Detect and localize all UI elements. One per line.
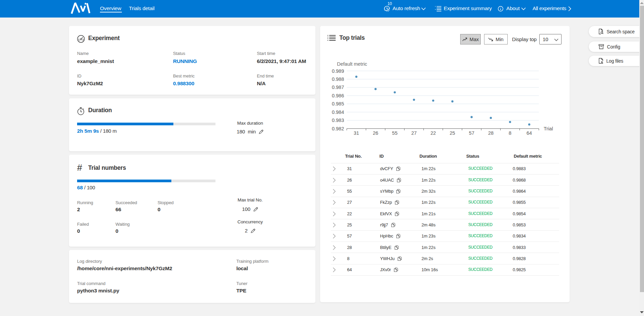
svg-text:31: 31 — [353, 130, 359, 136]
svg-text:28: 28 — [488, 130, 494, 136]
svg-text:27: 27 — [411, 130, 417, 136]
svg-text:64: 64 — [527, 130, 532, 136]
svg-text:0.985: 0.985 — [332, 101, 344, 106]
svg-text:25: 25 — [450, 130, 455, 136]
svg-text:Default metric: Default metric — [337, 61, 367, 67]
svg-text:0.983: 0.983 — [332, 118, 344, 123]
svg-text:26: 26 — [373, 130, 378, 136]
svg-text:0.984: 0.984 — [332, 109, 344, 115]
svg-text:0.988: 0.988 — [332, 76, 344, 82]
svg-text:0.986: 0.986 — [332, 93, 344, 98]
svg-text:0.987: 0.987 — [332, 85, 344, 90]
svg-text:0.989: 0.989 — [332, 68, 344, 74]
svg-text:55: 55 — [392, 130, 398, 136]
svg-text:0.982: 0.982 — [332, 126, 344, 131]
svg-text:22: 22 — [431, 130, 436, 136]
svg-text:57: 57 — [469, 130, 474, 136]
svg-text:Trial: Trial — [544, 126, 553, 131]
svg-text:8: 8 — [509, 130, 511, 136]
